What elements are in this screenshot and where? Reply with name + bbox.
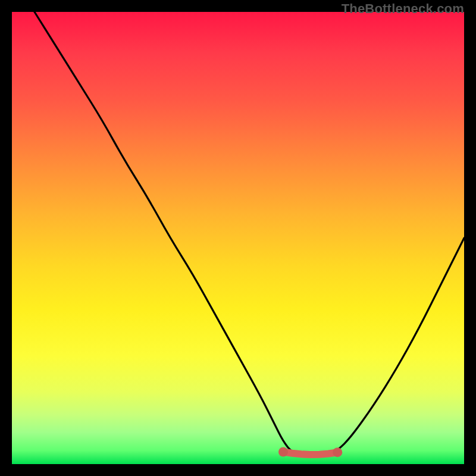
chart-frame: TheBottleneck.com [0,0,476,476]
optimal-range-end-dot [278,447,288,457]
optimal-range-end-dot [333,447,342,457]
chart-svg [12,12,464,464]
optimal-range-line [283,452,337,455]
bottleneck-curve [35,12,464,455]
